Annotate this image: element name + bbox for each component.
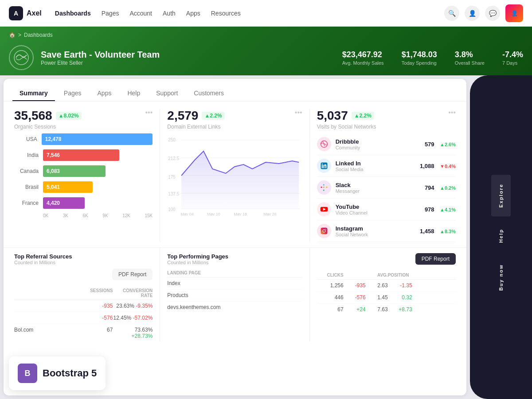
messages-button[interactable]: 💬 (485, 6, 500, 21)
tab-support[interactable]: Support (149, 86, 185, 101)
avatar[interactable]: 👤 (505, 4, 523, 22)
main-card: Summary Pages Apps Help Support Customer… (4, 79, 466, 395)
home-icon: 🏠 (9, 32, 16, 38)
stat-label-2: Today Spending (402, 60, 437, 66)
tab-help[interactable]: Help (120, 86, 147, 101)
hero-text: Save Earth - Volunteer Team Power Elite … (41, 50, 160, 66)
social-linkedin: Linked In Social Media 1,088 ▼0.4% (317, 155, 456, 177)
brand[interactable]: A Axel (9, 6, 42, 20)
pages-header: LANDING PAGE (167, 269, 302, 278)
clicks-pdf-button[interactable]: PDF Report (415, 253, 456, 265)
clicks-pdf-container: PDF Report (317, 253, 456, 268)
svg-text:212.5: 212.5 (168, 156, 179, 161)
tab-apps[interactable]: Apps (90, 86, 119, 101)
referral-pdf-container: PDF Report (14, 269, 153, 284)
svg-rect-22 (326, 187, 327, 188)
svg-text:May 04: May 04 (180, 212, 194, 215)
instagram-info: Instagram Social Network (336, 225, 415, 237)
svg-rect-20 (323, 184, 324, 186)
brand-icon: A (9, 6, 23, 20)
svg-text:May 26: May 26 (263, 212, 277, 215)
metrics-grid: 35,568 ▲8.02% Organic Sessions ••• USA 1… (4, 102, 466, 246)
hero-logo (9, 45, 34, 70)
line-chart: 250 212.5 175 137.5 100 (167, 133, 302, 217)
pages-title: Top Performing Pages (167, 253, 302, 260)
linkedin-icon (317, 159, 331, 173)
breadcrumb-current: Dashboards (24, 32, 53, 38)
search-button[interactable]: 🔍 (444, 6, 459, 21)
hero-title: Save Earth - Volunteer Team (41, 50, 160, 60)
nav-auth[interactable]: Auth (163, 10, 176, 17)
social-youtube: YouTube Video Channel 978 ▲4.1% (317, 199, 456, 220)
domain-value: 2,579 ▲2.2% (167, 109, 224, 123)
breadcrumb-sep: > (18, 32, 21, 38)
social-label: Visits by Social Networks (317, 124, 376, 130)
clicks-row-2: 446 -576 1.45 0.32 (317, 292, 456, 304)
breadcrumb: 🏠 > Dashboards (9, 32, 523, 38)
svg-text:250: 250 (168, 137, 176, 142)
stat-value-3: 3.8% (455, 50, 485, 59)
metric-social: 5,037 ▲2.2% Visits by Social Networks ••… (310, 109, 459, 242)
social-more[interactable]: ••• (448, 109, 456, 117)
referral-header: SESSIONS CONVERSION RATE (14, 286, 153, 300)
slack-icon (317, 180, 331, 195)
youtube-icon (317, 202, 331, 216)
stat-label-4: 7 Days (502, 60, 523, 66)
hero-banner: 🏠 > Dashboards Save Earth - Volunteer Te… (0, 27, 532, 75)
clicks-header: CLICKS AVG. POSITION (317, 271, 456, 280)
organic-more[interactable]: ••• (145, 109, 153, 117)
bar-axis: 0K 3K 6K 9K 12K 15K (14, 213, 153, 218)
nav-account[interactable]: Account (129, 10, 152, 17)
pages-row-1: Index (167, 278, 302, 289)
help-button[interactable]: Help (491, 220, 511, 252)
metric-domain: 2,579 ▲2.2% Domain External Links ••• 25… (160, 109, 309, 242)
domain-more[interactable]: ••• (295, 109, 302, 117)
side-panel: Explore Help Buy now (470, 75, 532, 399)
explore-button[interactable]: Explore (491, 175, 511, 216)
notification-button[interactable]: 👤 (465, 6, 480, 21)
tab-customers[interactable]: Customers (187, 86, 231, 101)
stat-overall-share: 3.8% Overall Share (455, 50, 485, 66)
buy-now-button[interactable]: Buy now (491, 255, 511, 300)
svg-text:137.5: 137.5 (168, 192, 179, 196)
social-badge: ▲2.2% (352, 112, 374, 120)
stat-value-1: $23,467.92 (342, 50, 384, 59)
instagram-icon (317, 224, 331, 238)
tab-summary[interactable]: Summary (12, 86, 55, 101)
nav-apps[interactable]: Apps (186, 10, 200, 17)
social-value: 5,037 ▲2.2% (317, 109, 374, 123)
tabs: Summary Pages Apps Help Support Customer… (4, 79, 466, 102)
svg-text:May 10: May 10 (207, 212, 220, 215)
bottom-section: Top Referral Sources Counted in Millions… (4, 247, 466, 347)
referral-title: Top Referral Sources (14, 253, 153, 260)
nav-pages[interactable]: Pages (102, 10, 119, 17)
pages-row-2: Products (167, 289, 302, 301)
clicks-row-3: 67 +24 7.63 +8.73 (317, 304, 456, 315)
tab-pages[interactable]: Pages (57, 86, 89, 101)
stat-label-1: Avg. Monthly Sales (342, 60, 384, 66)
referral-row-2: -576 12.45% -57.02% (14, 312, 153, 324)
brand-name: Axel (27, 9, 42, 17)
domain-badge: ▲2.2% (202, 112, 224, 120)
svg-text:100: 100 (168, 207, 176, 212)
nav-links: Dashboards Pages Account Auth Apps Resou… (55, 10, 241, 17)
nav-dashboards[interactable]: Dashboards (55, 10, 91, 17)
dribbble-info: Dribbble Community (336, 138, 420, 150)
organic-value: 35,568 ▲8.02% (14, 109, 82, 123)
stat-value-4: -7.4% (502, 50, 523, 59)
clicks-row-1: 1,256 -935 2.63 -1.35 (317, 280, 456, 292)
hero-left: Save Earth - Volunteer Team Power Elite … (9, 45, 160, 70)
hero-subtitle: Power Elite Seller (41, 60, 160, 66)
referral-row-3: Bol.com 67 73.63% +28.73% (14, 324, 153, 342)
top-pages: Top Performing Pages Counted in Millions… (160, 248, 309, 342)
svg-point-28 (325, 229, 326, 230)
linkedin-info: Linked In Social Media (336, 160, 415, 172)
nav-resources[interactable]: Resources (211, 10, 241, 17)
referral-subtitle: Counted in Millions (14, 260, 153, 265)
top-referral: Top Referral Sources Counted in Millions… (11, 248, 160, 342)
referral-pdf-button[interactable]: PDF Report (112, 269, 153, 280)
navbar: A Axel Dashboards Pages Account Auth App… (0, 0, 532, 27)
social-instagram: Instagram Social Network 1,458 ▲8.3% (317, 220, 456, 242)
domain-label: Domain External Links (167, 124, 224, 130)
bootstrap-badge: B Bootstrap 5 (9, 356, 106, 390)
